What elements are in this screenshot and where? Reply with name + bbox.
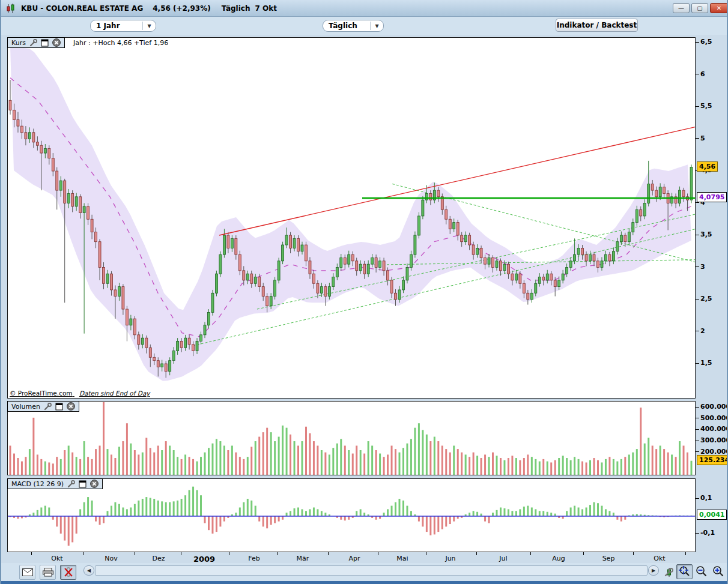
- candle-body: [106, 274, 109, 283]
- mail-button[interactable]: [19, 565, 35, 580]
- price-axis-label: 1,5: [700, 359, 712, 367]
- close-icon[interactable]: [90, 480, 99, 488]
- zoom-in-button[interactable]: [710, 564, 726, 579]
- timeframe-dropdown[interactable]: Täglich ▼: [323, 20, 384, 32]
- year-high-low-info: Jahr : +Hoch 4,66 +Tief 1,96: [73, 39, 168, 47]
- window-bottom-edge: [1, 581, 727, 584]
- candle-body: [278, 261, 280, 280]
- candle-body: [367, 264, 369, 274]
- candle-body: [503, 264, 506, 271]
- title-bar: KBU - COLON.REAL ESTATE AG 4,56 (+2,93%)…: [1, 0, 727, 17]
- candle-body: [231, 238, 233, 248]
- price-axis-tick: [696, 202, 699, 203]
- copyright-text[interactable]: © ProRealTime.com: [10, 390, 73, 397]
- candle-body: [612, 251, 614, 261]
- candle-body: [601, 261, 603, 268]
- price-axis-label: 3,5: [700, 230, 712, 238]
- macd-panel-title: MACD (12 26 9): [11, 480, 64, 488]
- scroll-left-button[interactable]: ◀: [83, 565, 94, 576]
- candle-body: [118, 287, 120, 297]
- candle-body: [122, 287, 124, 309]
- wrench-icon[interactable]: [29, 39, 37, 47]
- candle-body: [243, 271, 245, 280]
- chart-settings-button[interactable]: [661, 564, 678, 579]
- month-tick: [426, 552, 426, 555]
- candle-body: [200, 335, 202, 342]
- volume-axis-tick: [696, 451, 699, 452]
- candle-body: [488, 257, 490, 264]
- candle-body: [379, 261, 381, 268]
- indicator-backtest-button[interactable]: Indikator / Backtest: [556, 19, 638, 32]
- candle-body: [312, 274, 315, 283]
- price-panel-title: Kurs: [11, 39, 26, 47]
- close-button[interactable]: ✕: [710, 3, 728, 13]
- disconnect-button[interactable]: [60, 565, 76, 580]
- candle-body: [169, 361, 171, 372]
- candle-body: [472, 245, 475, 254]
- candle-body: [690, 167, 693, 200]
- candle-body: [25, 133, 27, 139]
- candle-body: [258, 277, 261, 287]
- minimize-button[interactable]: —: [673, 3, 690, 13]
- candle-body: [52, 158, 54, 171]
- zoom-out-button[interactable]: [693, 564, 709, 579]
- volume-chart-svg[interactable]: [8, 402, 695, 475]
- zoom-out-icon: [695, 565, 708, 578]
- candle-body: [437, 190, 440, 197]
- detach-window-icon[interactable]: [79, 480, 86, 488]
- close-icon: ✕: [717, 5, 721, 11]
- candle-body: [616, 242, 619, 251]
- month-label: Sep: [602, 555, 615, 562]
- detach-window-icon[interactable]: [41, 39, 49, 47]
- chevron-down-icon: ▼: [370, 22, 383, 30]
- candle-body: [574, 254, 576, 261]
- volume-axis-label: 400.000: [700, 425, 728, 433]
- month-label: Apr: [348, 555, 360, 562]
- month-tick: [530, 552, 531, 555]
- candle-body: [550, 274, 553, 280]
- price-chart-svg[interactable]: [8, 38, 695, 398]
- detach-window-icon[interactable]: [55, 403, 63, 411]
- range-dropdown[interactable]: 1 Jahr ▼: [90, 20, 156, 32]
- candle-body: [515, 274, 517, 280]
- wrench-icon[interactable]: [67, 480, 75, 488]
- price-axis-label: 2: [700, 327, 705, 335]
- candle-body: [371, 257, 374, 264]
- candle-body: [643, 203, 646, 216]
- maximize-icon: ▢: [697, 5, 702, 11]
- zoom-fit-icon: [678, 565, 691, 578]
- month-label: Feb: [248, 555, 259, 562]
- maximize-button[interactable]: ▢: [691, 3, 708, 13]
- candle-body: [110, 274, 112, 290]
- price-axis-label: 5: [700, 134, 705, 142]
- candle-body: [324, 287, 327, 297]
- volume-panel-title: Volumen: [11, 403, 40, 411]
- wrench-icon[interactable]: [44, 403, 52, 411]
- zoom-fit-button[interactable]: [676, 564, 693, 579]
- candle-body: [36, 142, 38, 145]
- candle-body: [301, 245, 303, 251]
- candle-body: [215, 274, 217, 293]
- close-icon[interactable]: [67, 402, 75, 411]
- candle-body: [274, 280, 276, 297]
- candle-body: [395, 293, 397, 300]
- candle-body: [262, 287, 264, 297]
- candle-body: [387, 271, 389, 280]
- price-axis-label: 6: [700, 70, 705, 78]
- price-axis-label: 5,5: [700, 102, 712, 110]
- candle-body: [204, 325, 206, 335]
- candle-body: [172, 351, 175, 361]
- print-button[interactable]: [40, 565, 56, 580]
- close-icon[interactable]: [52, 38, 61, 47]
- month-tick: [181, 552, 181, 555]
- candle-body: [363, 264, 366, 274]
- h-scrollbar-track[interactable]: [95, 565, 648, 576]
- window-title: KBU - COLON.REAL ESTATE AG: [21, 4, 143, 13]
- candle-body: [83, 206, 85, 213]
- bottom-toolbar: ◀ ▶: [1, 563, 727, 581]
- candle-body: [507, 264, 509, 274]
- scroll-right-button[interactable]: ▶: [648, 565, 659, 576]
- candle-body: [496, 261, 498, 268]
- macd-chart-svg[interactable]: [8, 479, 695, 552]
- month-tick: [278, 552, 278, 555]
